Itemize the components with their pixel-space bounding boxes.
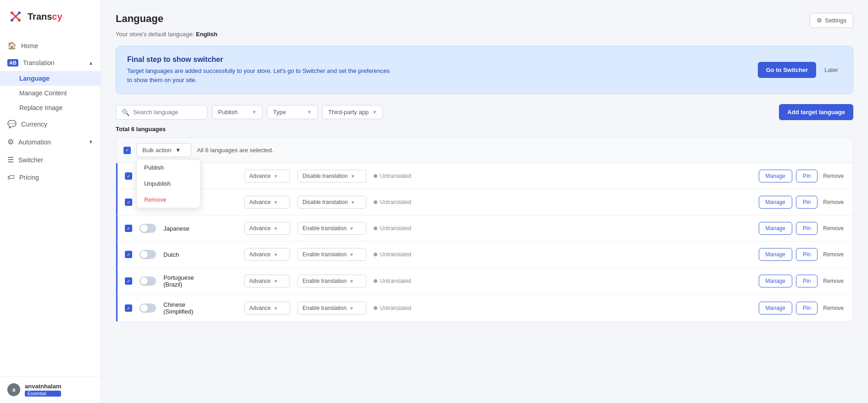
logo-trans-part: Trans (28, 11, 52, 22)
manage-button-5[interactable]: Manage (759, 302, 792, 315)
row-toggle-2[interactable] (140, 224, 156, 233)
row-checkbox-1[interactable] (125, 199, 132, 206)
row-toggle-5[interactable] (140, 304, 156, 313)
bulk-action-menu: Publish Unpublish Remove (136, 159, 201, 208)
remove-button-3[interactable]: Remove (821, 248, 846, 260)
manage-button-4[interactable]: Manage (759, 275, 792, 287)
sidebar-item-replace-image[interactable]: Replace Image (0, 100, 101, 115)
row-toggle-3[interactable] (140, 250, 156, 259)
advance-label-2: Advance (249, 225, 271, 232)
advance-select-1[interactable]: Advance ▼ (244, 196, 290, 209)
svg-point-4 (18, 19, 21, 22)
sidebar-item-switcher[interactable]: ☰ Switcher (0, 151, 101, 169)
sidebar-item-currency[interactable]: 💬 Currency (0, 115, 101, 133)
toggle-knob-3 (140, 251, 148, 258)
sidebar-section-automation[interactable]: ⚙ Automation ▼ (0, 133, 101, 151)
third-party-filter[interactable]: Third-party app ▼ (322, 105, 383, 119)
manage-button-0[interactable]: Manage (759, 170, 792, 182)
translation-select-5[interactable]: Enable translation ▼ (297, 302, 366, 315)
settings-button[interactable]: ⚙ Settings (810, 13, 853, 28)
add-target-language-button[interactable]: Add target language (779, 104, 853, 120)
remove-button-5[interactable]: Remove (821, 302, 846, 314)
translation-select-2[interactable]: Enable translation ▼ (297, 222, 366, 235)
translation-label-5: Enable translation (302, 305, 347, 311)
row-actions-4: Manage Pin Remove (759, 275, 846, 287)
row-checkbox-5[interactable] (125, 304, 132, 312)
row-checkbox-3[interactable] (125, 251, 132, 258)
pin-button-1[interactable]: Pin (796, 196, 818, 209)
pin-button-0[interactable]: Pin (796, 170, 818, 182)
translation-select-1[interactable]: Disable translation ▼ (297, 196, 366, 209)
remove-button-0[interactable]: Remove (821, 170, 846, 182)
row-checkbox-0[interactable] (125, 172, 132, 180)
sidebar-item-manage-content-label: Manage Content (19, 89, 67, 97)
bulk-unpublish-item[interactable]: Unpublish (137, 176, 200, 192)
switcher-icon: ☰ (7, 155, 14, 164)
manage-button-2[interactable]: Manage (759, 222, 792, 235)
select-all-checkbox[interactable] (123, 147, 131, 154)
sidebar-item-pricing[interactable]: 🏷 Pricing (0, 169, 101, 186)
bulk-remove-item[interactable]: Remove (137, 192, 200, 208)
go-to-switcher-button[interactable]: Go to Switcher (758, 62, 817, 78)
manage-button-1[interactable]: Manage (759, 196, 792, 209)
svg-point-3 (11, 19, 13, 22)
status-label-3: Untranslated (380, 251, 411, 258)
translation-label-1: Disable translation (302, 199, 348, 205)
advance-chevron-icon-1: ▼ (274, 200, 278, 205)
toggle-knob-2 (140, 225, 148, 232)
pin-button-2[interactable]: Pin (796, 222, 818, 235)
translation-select-0[interactable]: Disable translation ▼ (297, 170, 366, 182)
automation-icon: ⚙ (7, 138, 14, 146)
advance-select-2[interactable]: Advance ▼ (244, 222, 290, 235)
advance-chevron-icon-2: ▼ (274, 226, 278, 231)
bulk-publish-item[interactable]: Publish (137, 160, 200, 176)
publish-filter[interactable]: Publish ▼ (212, 105, 263, 119)
search-box[interactable]: 🔍 (116, 105, 207, 120)
translation-select-3[interactable]: Enable translation ▼ (297, 248, 366, 261)
status-label-2: Untranslated (380, 225, 411, 232)
bulk-action-button[interactable]: Bulk action ▼ (136, 143, 191, 157)
sidebar-item-language[interactable]: Language (0, 71, 101, 86)
row-checkbox-4[interactable] (125, 277, 132, 285)
remove-button-1[interactable]: Remove (821, 196, 846, 208)
user-name: anvatnhalam (25, 383, 61, 390)
status-label-0: Untranslated (380, 173, 411, 179)
sidebar-item-home[interactable]: 🏠 Home (0, 37, 101, 55)
table-row: Dutch Advance ▼ Enable translation ▼ Unt… (116, 242, 853, 268)
advance-chevron-icon-4: ▼ (274, 279, 278, 284)
advance-select-4[interactable]: Advance ▼ (244, 275, 290, 287)
row-actions-3: Manage Pin Remove (759, 248, 846, 261)
translation-label-3: Enable translation (302, 251, 347, 258)
advance-select-0[interactable]: Advance ▼ (244, 170, 290, 182)
remove-button-4[interactable]: Remove (821, 275, 846, 287)
advance-chevron-icon-5: ▼ (274, 306, 278, 311)
translation-chevron-icon-4: ▼ (349, 279, 354, 284)
translation-select-4[interactable]: Enable translation ▼ (297, 275, 366, 287)
row-toggle-4[interactable] (140, 276, 156, 286)
translation-label-2: Enable translation (302, 225, 347, 232)
advance-select-5[interactable]: Advance ▼ (244, 302, 290, 315)
later-button[interactable]: Later (821, 62, 842, 78)
pin-button-5[interactable]: Pin (796, 302, 818, 315)
manage-button-3[interactable]: Manage (759, 248, 792, 261)
chevron-down-icon: ▼ (89, 139, 93, 144)
sidebar-item-manage-content[interactable]: Manage Content (0, 86, 101, 100)
type-filter[interactable]: Type ▼ (267, 105, 318, 119)
user-section: a anvatnhalam Essential (0, 376, 101, 403)
pin-button-3[interactable]: Pin (796, 248, 818, 261)
translation-chevron-icon-5: ▼ (349, 306, 354, 311)
total-count: 6 (131, 126, 134, 132)
search-icon: 🔍 (122, 109, 129, 116)
pin-button-4[interactable]: Pin (796, 275, 818, 287)
lang-name-5: Chinese (Simplified) (163, 301, 237, 315)
sidebar-item-pricing-label: Pricing (19, 174, 39, 181)
logo: Transcy (0, 0, 101, 33)
remove-button-2[interactable]: Remove (821, 222, 846, 234)
search-input[interactable] (133, 109, 202, 116)
row-checkbox-2[interactable] (125, 225, 132, 232)
main-content: Language ⚙ Settings Your store's default… (101, 0, 868, 403)
sidebar-item-switcher-label: Switcher (18, 156, 43, 164)
advance-select-3[interactable]: Advance ▼ (244, 248, 290, 261)
sidebar-section-translation[interactable]: AB Translation ▲ (0, 55, 101, 71)
toggle-knob-4 (140, 277, 148, 285)
